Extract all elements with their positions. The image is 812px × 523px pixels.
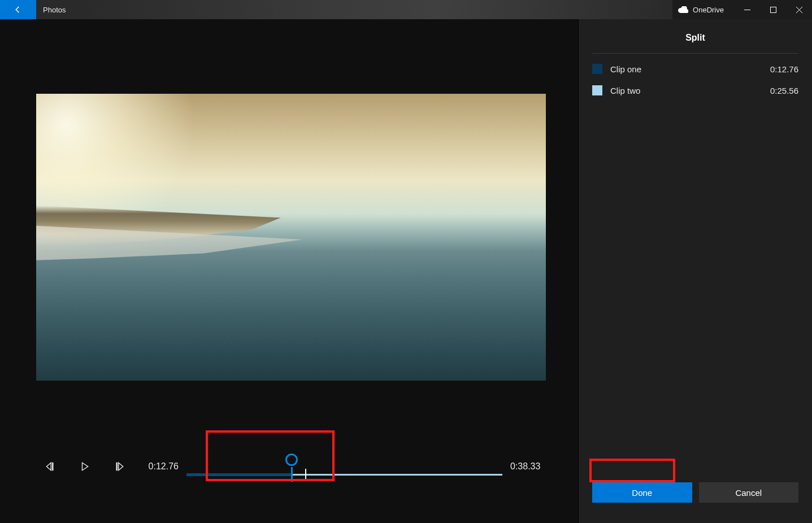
play-button[interactable] <box>78 460 92 473</box>
list-item[interactable]: Clip one 0:12.76 <box>592 64 798 74</box>
editor-stage: 0:12.76 0:38.33 <box>0 19 578 523</box>
done-button[interactable]: Done <box>592 482 692 503</box>
minimize-button[interactable] <box>734 0 760 19</box>
maximize-icon <box>770 7 776 13</box>
svg-rect-2 <box>116 463 117 470</box>
frame-forward-button[interactable] <box>113 460 127 473</box>
split-panel: Split Clip one 0:12.76 Clip two 0:25.56 … <box>578 19 812 523</box>
clip-swatch <box>592 85 602 95</box>
cloud-status[interactable]: OneDrive <box>672 0 734 19</box>
clip-duration: 0:12.76 <box>770 64 798 74</box>
close-button[interactable] <box>786 0 812 19</box>
clip-list: Clip one 0:12.76 Clip two 0:25.56 <box>579 54 812 106</box>
panel-heading: Split <box>592 19 798 54</box>
cloud-label: OneDrive <box>693 6 724 14</box>
close-icon <box>796 7 802 13</box>
playhead[interactable] <box>305 469 306 480</box>
clip-label: Clip two <box>610 86 762 95</box>
maximize-button[interactable] <box>760 0 786 19</box>
clip-label: Clip one <box>610 64 762 74</box>
svg-rect-0 <box>770 7 776 12</box>
clip-two-track <box>292 474 502 476</box>
current-time: 0:12.76 <box>144 461 179 472</box>
svg-rect-1 <box>53 463 53 470</box>
annotation-highlight <box>589 459 675 482</box>
title-bar: Photos OneDrive <box>0 0 812 19</box>
frame-back-icon <box>45 461 55 472</box>
back-button[interactable] <box>0 0 36 19</box>
video-preview <box>36 94 546 381</box>
play-icon <box>80 461 90 472</box>
frame-forward-icon <box>115 461 125 472</box>
cancel-button[interactable]: Cancel <box>699 482 799 503</box>
clip-one-track <box>186 473 292 476</box>
split-handle[interactable] <box>285 455 298 482</box>
minimize-icon <box>744 7 750 13</box>
playback-controls: 0:12.76 0:38.33 <box>36 444 545 489</box>
timeline[interactable] <box>186 450 502 483</box>
total-time: 0:38.33 <box>510 461 545 472</box>
title-bar-drag[interactable] <box>81 0 672 19</box>
frame-back-button[interactable] <box>43 460 57 473</box>
cloud-icon <box>678 6 688 13</box>
clip-swatch <box>592 64 602 74</box>
list-item[interactable]: Clip two 0:25.56 <box>592 85 798 95</box>
app-title: Photos <box>36 0 81 19</box>
clip-duration: 0:25.56 <box>770 86 798 95</box>
arrow-left-icon <box>13 5 23 15</box>
